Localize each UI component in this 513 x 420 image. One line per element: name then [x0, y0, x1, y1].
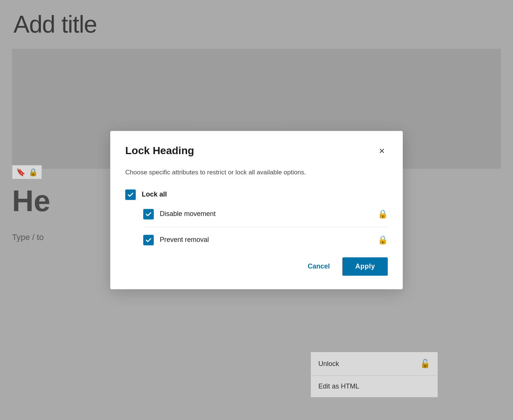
disable-movement-lock-icon: 🔒 — [378, 209, 388, 219]
prevent-removal-lock-icon: 🔒 — [378, 235, 388, 245]
modal-description: Choose specific attributes to restrict o… — [125, 168, 388, 177]
prevent-removal-label: Prevent removal — [160, 236, 378, 244]
lock-all-checkbox[interactable] — [125, 189, 136, 200]
option-divider — [143, 227, 388, 227]
apply-button[interactable]: Apply — [342, 257, 388, 276]
lock-all-label: Lock all — [142, 190, 388, 198]
modal-header: Lock Heading × — [125, 144, 388, 157]
modal-close-button[interactable]: × — [376, 144, 388, 157]
disable-movement-label: Disable movement — [160, 210, 378, 218]
cancel-button[interactable]: Cancel — [301, 258, 336, 275]
prevent-removal-row: Prevent removal 🔒 — [143, 235, 388, 245]
prevent-removal-checkbox[interactable] — [143, 235, 154, 245]
modal-footer: Cancel Apply — [125, 257, 388, 276]
disable-movement-row: Disable movement 🔒 — [143, 209, 388, 219]
modal-title: Lock Heading — [125, 145, 194, 157]
lock-heading-modal: Lock Heading × Choose specific attribute… — [110, 131, 403, 289]
disable-movement-checkbox[interactable] — [143, 209, 154, 219]
lock-all-row: Lock all — [125, 189, 388, 200]
